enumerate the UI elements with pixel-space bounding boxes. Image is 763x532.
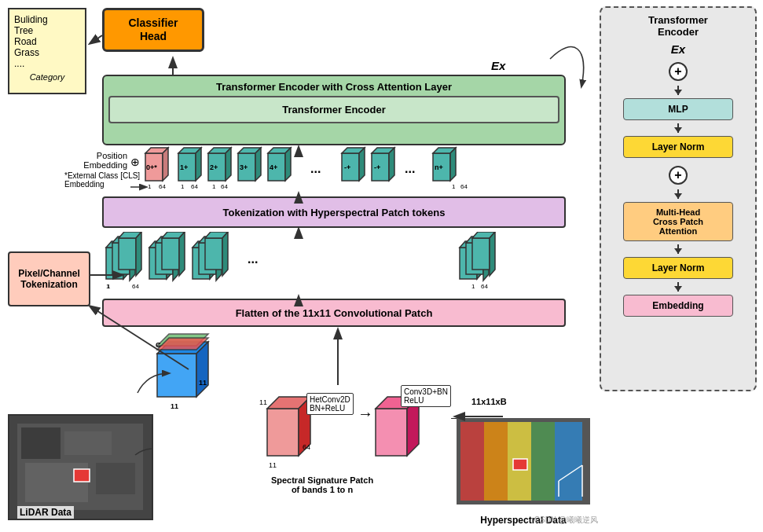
transformer-encoder-panel: Transformer Encoder Ex + MLP Layer Norm … (600, 6, 757, 391)
svg-rect-87 (64, 431, 112, 455)
category-tree: Tree (14, 25, 80, 36)
svg-rect-89 (96, 463, 135, 494)
size-11x11xb: 11x11xB (471, 397, 507, 406)
svg-text:...: ... (248, 252, 258, 266)
lidar-label: LiDAR Data (17, 506, 74, 519)
svg-text:4+: 4+ (270, 163, 277, 171)
add-circle-mid: + (669, 166, 688, 185)
svg-text:...: ... (310, 162, 321, 175)
external-class-label: *External Class [CLS] Embedding (64, 171, 140, 189)
svg-text:64: 64 (132, 283, 139, 290)
hetconv-label: HetConv2D BN+ReLU (306, 393, 354, 415)
category-grass: Grass (14, 47, 80, 58)
spectral-title: Spectral Signature Patch of bands 1 to n (244, 475, 401, 494)
classifier-head-label: Classifier Head (109, 17, 197, 43)
tokenization-box: Tokenization with Hyperspectral Patch to… (102, 196, 566, 228)
data-cube-svg: 11 11 C (153, 330, 224, 409)
category-title: Category (14, 72, 80, 82)
svg-text:1: 1 (471, 283, 475, 290)
svg-marker-27 (389, 148, 394, 181)
svg-text:3+: 3+ (240, 163, 248, 171)
svg-text:2+: 2+ (210, 163, 218, 171)
svg-marker-10 (226, 148, 231, 181)
ex-output-label: Ex (671, 42, 685, 56)
svg-line-118 (90, 35, 102, 43)
svg-text:64: 64 (460, 183, 468, 190)
svg-text:64: 64 (221, 183, 228, 190)
pixel-channel-box: Pixel/Channel Tokenization (8, 251, 90, 306)
svg-rect-109 (460, 422, 484, 501)
svg-text:11: 11 (171, 402, 178, 409)
svg-text:1: 1 (148, 183, 152, 190)
svg-marker-32 (450, 148, 456, 181)
svg-marker-2 (163, 148, 168, 181)
svg-text:11: 11 (269, 461, 277, 469)
pixel-channel-label: Pixel/Channel Tokenization (18, 268, 80, 290)
panel-title: Transformer Encoder (607, 14, 749, 38)
svg-marker-99 (267, 409, 299, 456)
arrow-down-3 (677, 189, 679, 199)
patch-tokens-svg: 1 64 (102, 232, 566, 295)
ex-main-label: Ex (491, 59, 505, 72)
category-etc: .... (14, 58, 80, 69)
conv3d-label: Conv3D+BN ReLU (401, 385, 451, 407)
svg-rect-68 (205, 238, 222, 270)
transformer-cross-attention-title: Transformer Encoder with Cross Attention… (108, 81, 559, 93)
svg-text:1+: 1+ (180, 163, 188, 171)
svg-text:64: 64 (481, 283, 488, 290)
svg-marker-80 (490, 232, 495, 276)
svg-marker-70 (222, 232, 228, 276)
svg-text:64: 64 (303, 443, 310, 451)
token-blocks-svg: 0+* 1+ 2+ 3+ 4+ .. (141, 141, 581, 193)
svg-rect-110 (484, 422, 508, 501)
svg-marker-6 (196, 148, 201, 181)
flatten-box: Flatten of the 11x11 Convolutional Patch (102, 299, 566, 327)
svg-marker-14 (255, 148, 261, 181)
category-box: Buliding Tree Road Grass .... Category (8, 8, 86, 94)
watermark: CSDN @曦曦逆风 (534, 515, 598, 526)
layer-norm-box-2: Layer Norm (623, 257, 733, 279)
arrow-down-4 (677, 244, 679, 254)
arrow-down-1 (677, 86, 679, 95)
svg-marker-91 (157, 354, 196, 397)
hyperspectral-image (457, 418, 590, 512)
category-road: Road (14, 36, 80, 47)
position-embedding-label: Position Embedding (64, 151, 127, 170)
svg-text:64: 64 (191, 183, 198, 190)
svg-rect-59 (162, 238, 179, 270)
arrow-down-5 (677, 282, 679, 292)
add-circle-top: + (669, 62, 688, 81)
svg-rect-78 (472, 238, 490, 270)
svg-marker-105 (376, 409, 407, 456)
svg-marker-61 (179, 232, 185, 276)
svg-text:C: C (156, 341, 161, 349)
svg-text:n+: n+ (435, 163, 443, 171)
classifier-head: Classifier Head (102, 8, 204, 52)
svg-text:1: 1 (181, 183, 185, 190)
svg-text:0+*: 0+* (146, 163, 157, 171)
svg-rect-112 (531, 422, 555, 501)
svg-rect-49 (119, 238, 136, 270)
svg-rect-86 (21, 427, 61, 459)
lidar-area: LiDAR Data (8, 414, 153, 520)
svg-text:1: 1 (212, 183, 216, 190)
arrow-down-2 (677, 123, 679, 133)
svg-text:64: 64 (159, 183, 166, 190)
svg-marker-23 (359, 148, 365, 181)
svg-text:...: ... (405, 162, 415, 175)
svg-text:1: 1 (452, 183, 456, 190)
svg-marker-51 (136, 232, 141, 276)
flatten-label: Flatten of the 11x11 Convolutional Patch (236, 307, 433, 319)
svg-text:-+: -+ (374, 163, 380, 171)
svg-text:1: 1 (106, 283, 110, 290)
svg-text:-+: -+ (344, 163, 350, 171)
svg-rect-90 (74, 469, 90, 482)
hyperspectral-area: Hyperspectral Data (457, 418, 590, 520)
transformer-cross-attention-box: Transformer Encoder with Cross Attention… (102, 75, 566, 145)
svg-text:11: 11 (259, 398, 267, 406)
tokenization-label: Tokenization with Hyperspectral Patch to… (223, 207, 446, 218)
position-embedding-icon: ⊕ (130, 156, 140, 168)
multi-head-box: Multi-Head Cross Patch Attention (623, 202, 733, 241)
transformer-encoder-inner: Transformer Encoder (108, 96, 559, 123)
mlp-box: MLP (623, 98, 733, 120)
